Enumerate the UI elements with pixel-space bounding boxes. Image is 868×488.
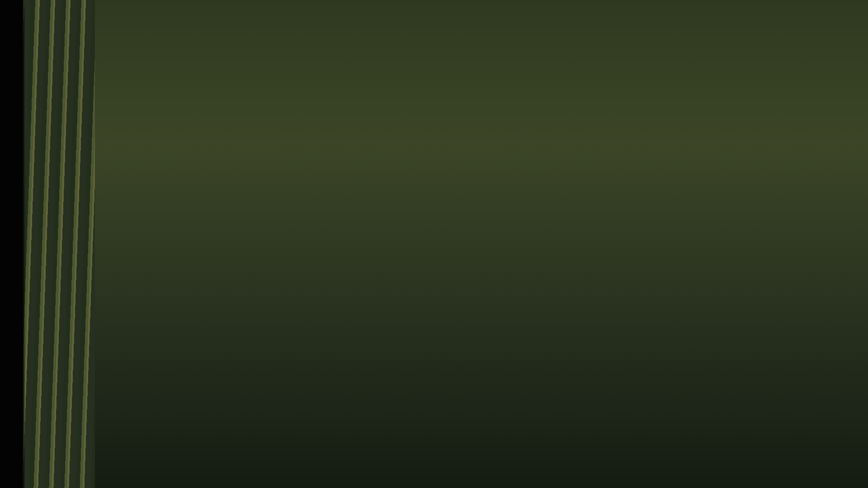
desktop-background	[0, 0, 868, 488]
background-forest-left	[0, 0, 95, 488]
